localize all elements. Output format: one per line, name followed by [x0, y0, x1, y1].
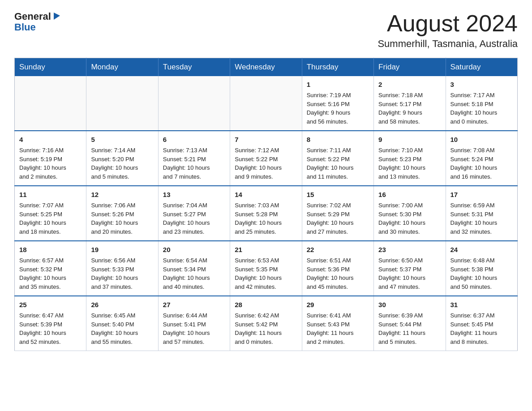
day-info: Sunrise: 7:04 AM Sunset: 5:27 PM Dayligh… — [163, 202, 210, 235]
day-info: Sunrise: 6:51 AM Sunset: 5:36 PM Dayligh… — [307, 257, 354, 290]
day-info: Sunrise: 7:10 AM Sunset: 5:23 PM Dayligh… — [378, 147, 425, 180]
day-number: 23 — [378, 245, 441, 255]
day-number: 10 — [450, 135, 513, 145]
day-number: 17 — [450, 190, 513, 200]
calendar-cell: 19Sunrise: 6:56 AM Sunset: 5:33 PM Dayli… — [86, 241, 158, 296]
day-number: 18 — [19, 245, 82, 255]
week-row-2: 11Sunrise: 7:07 AM Sunset: 5:25 PM Dayli… — [15, 186, 518, 241]
calendar-table: SundayMondayTuesdayWednesdayThursdayFrid… — [14, 58, 518, 351]
day-info: Sunrise: 7:13 AM Sunset: 5:21 PM Dayligh… — [163, 147, 210, 180]
calendar-cell: 22Sunrise: 6:51 AM Sunset: 5:36 PM Dayli… — [302, 241, 373, 296]
day-number: 21 — [235, 245, 297, 255]
calendar-cell: 15Sunrise: 7:02 AM Sunset: 5:29 PM Dayli… — [302, 186, 373, 241]
logo-triangle-icon — [52, 11, 62, 21]
day-number: 13 — [163, 190, 225, 200]
calendar-title: August 2024 — [378, 11, 518, 36]
day-number: 28 — [235, 300, 297, 310]
week-row-0: 1Sunrise: 7:19 AM Sunset: 5:16 PM Daylig… — [15, 76, 518, 131]
calendar-cell: 7Sunrise: 7:12 AM Sunset: 5:22 PM Daylig… — [230, 131, 302, 186]
calendar-cell: 26Sunrise: 6:45 AM Sunset: 5:40 PM Dayli… — [86, 296, 158, 351]
calendar-cell: 21Sunrise: 6:53 AM Sunset: 5:35 PM Dayli… — [230, 241, 302, 296]
day-info: Sunrise: 6:37 AM Sunset: 5:45 PM Dayligh… — [450, 312, 498, 345]
day-info: Sunrise: 6:45 AM Sunset: 5:40 PM Dayligh… — [91, 312, 138, 345]
header-saturday: Saturday — [446, 58, 517, 77]
calendar-cell: 23Sunrise: 6:50 AM Sunset: 5:37 PM Dayli… — [374, 241, 446, 296]
day-number: 12 — [91, 190, 153, 200]
day-info: Sunrise: 6:41 AM Sunset: 5:43 PM Dayligh… — [307, 312, 354, 345]
day-info: Sunrise: 6:44 AM Sunset: 5:41 PM Dayligh… — [163, 312, 210, 345]
day-info: Sunrise: 6:53 AM Sunset: 5:35 PM Dayligh… — [235, 257, 282, 290]
day-info: Sunrise: 6:39 AM Sunset: 5:44 PM Dayligh… — [378, 312, 425, 345]
header-sunday: Sunday — [15, 58, 86, 77]
day-number: 26 — [91, 300, 153, 310]
calendar-cell: 14Sunrise: 7:03 AM Sunset: 5:28 PM Dayli… — [230, 186, 302, 241]
svg-marker-0 — [54, 13, 60, 20]
day-info: Sunrise: 7:17 AM Sunset: 5:18 PM Dayligh… — [450, 92, 498, 125]
logo-general: General — [14, 11, 51, 22]
day-number: 29 — [307, 300, 369, 310]
day-number: 5 — [91, 135, 153, 145]
calendar-cell: 30Sunrise: 6:39 AM Sunset: 5:44 PM Dayli… — [374, 296, 446, 351]
calendar-cell: 20Sunrise: 6:54 AM Sunset: 5:34 PM Dayli… — [158, 241, 230, 296]
calendar-cell: 29Sunrise: 6:41 AM Sunset: 5:43 PM Dayli… — [302, 296, 373, 351]
day-number: 30 — [378, 300, 441, 310]
day-number: 16 — [378, 190, 441, 200]
header-friday: Friday — [374, 58, 446, 77]
calendar-cell: 10Sunrise: 7:08 AM Sunset: 5:24 PM Dayli… — [446, 131, 517, 186]
day-info: Sunrise: 6:47 AM Sunset: 5:39 PM Dayligh… — [19, 312, 66, 345]
calendar-cell: 25Sunrise: 6:47 AM Sunset: 5:39 PM Dayli… — [15, 296, 86, 351]
day-number: 7 — [235, 135, 297, 145]
header-wednesday: Wednesday — [230, 58, 302, 77]
day-info: Sunrise: 7:14 AM Sunset: 5:20 PM Dayligh… — [91, 147, 138, 180]
calendar-cell: 16Sunrise: 7:00 AM Sunset: 5:30 PM Dayli… — [374, 186, 446, 241]
header-thursday: Thursday — [302, 58, 373, 77]
calendar-cell — [15, 76, 86, 131]
day-info: Sunrise: 7:18 AM Sunset: 5:17 PM Dayligh… — [378, 92, 423, 125]
day-number: 11 — [19, 190, 82, 200]
day-info: Sunrise: 7:11 AM Sunset: 5:22 PM Dayligh… — [307, 147, 354, 180]
day-number: 24 — [450, 245, 513, 255]
day-info: Sunrise: 7:08 AM Sunset: 5:24 PM Dayligh… — [450, 147, 498, 180]
day-info: Sunrise: 7:02 AM Sunset: 5:29 PM Dayligh… — [307, 202, 354, 235]
day-number: 22 — [307, 245, 369, 255]
calendar-cell: 27Sunrise: 6:44 AM Sunset: 5:41 PM Dayli… — [158, 296, 230, 351]
day-info: Sunrise: 6:48 AM Sunset: 5:38 PM Dayligh… — [450, 257, 498, 290]
week-row-4: 25Sunrise: 6:47 AM Sunset: 5:39 PM Dayli… — [15, 296, 518, 351]
day-info: Sunrise: 7:00 AM Sunset: 5:30 PM Dayligh… — [378, 202, 425, 235]
page-header: General Blue August 2024 Summerhill, Tas… — [14, 11, 518, 50]
day-info: Sunrise: 6:59 AM Sunset: 5:31 PM Dayligh… — [450, 202, 498, 235]
day-info: Sunrise: 6:57 AM Sunset: 5:32 PM Dayligh… — [19, 257, 66, 290]
day-number: 19 — [91, 245, 153, 255]
day-number: 1 — [307, 80, 369, 90]
calendar-cell: 5Sunrise: 7:14 AM Sunset: 5:20 PM Daylig… — [86, 131, 158, 186]
title-area: August 2024 Summerhill, Tasmania, Austra… — [378, 11, 518, 50]
logo-blue: Blue — [14, 21, 36, 33]
day-info: Sunrise: 7:03 AM Sunset: 5:28 PM Dayligh… — [235, 202, 282, 235]
calendar-cell: 12Sunrise: 7:06 AM Sunset: 5:26 PM Dayli… — [86, 186, 158, 241]
calendar-cell: 3Sunrise: 7:17 AM Sunset: 5:18 PM Daylig… — [446, 76, 517, 131]
day-info: Sunrise: 7:07 AM Sunset: 5:25 PM Dayligh… — [19, 202, 66, 235]
week-row-3: 18Sunrise: 6:57 AM Sunset: 5:32 PM Dayli… — [15, 241, 518, 296]
day-number: 6 — [163, 135, 225, 145]
day-number: 3 — [450, 80, 513, 90]
day-number: 20 — [163, 245, 225, 255]
day-info: Sunrise: 6:56 AM Sunset: 5:33 PM Dayligh… — [91, 257, 138, 290]
calendar-cell: 9Sunrise: 7:10 AM Sunset: 5:23 PM Daylig… — [374, 131, 446, 186]
day-number: 8 — [307, 135, 369, 145]
calendar-cell: 24Sunrise: 6:48 AM Sunset: 5:38 PM Dayli… — [446, 241, 517, 296]
calendar-cell: 31Sunrise: 6:37 AM Sunset: 5:45 PM Dayli… — [446, 296, 517, 351]
calendar-cell: 11Sunrise: 7:07 AM Sunset: 5:25 PM Dayli… — [15, 186, 86, 241]
day-number: 9 — [378, 135, 441, 145]
day-info: Sunrise: 7:16 AM Sunset: 5:19 PM Dayligh… — [19, 147, 66, 180]
day-number: 15 — [307, 190, 369, 200]
calendar-cell — [230, 76, 302, 131]
calendar-cell: 2Sunrise: 7:18 AM Sunset: 5:17 PM Daylig… — [374, 76, 446, 131]
calendar-cell: 8Sunrise: 7:11 AM Sunset: 5:22 PM Daylig… — [302, 131, 373, 186]
calendar-header-row: SundayMondayTuesdayWednesdayThursdayFrid… — [15, 58, 518, 77]
day-info: Sunrise: 7:06 AM Sunset: 5:26 PM Dayligh… — [91, 202, 138, 235]
day-number: 4 — [19, 135, 82, 145]
calendar-cell: 28Sunrise: 6:42 AM Sunset: 5:42 PM Dayli… — [230, 296, 302, 351]
calendar-cell: 13Sunrise: 7:04 AM Sunset: 5:27 PM Dayli… — [158, 186, 230, 241]
calendar-cell: 1Sunrise: 7:19 AM Sunset: 5:16 PM Daylig… — [302, 76, 373, 131]
day-info: Sunrise: 6:54 AM Sunset: 5:34 PM Dayligh… — [163, 257, 210, 290]
